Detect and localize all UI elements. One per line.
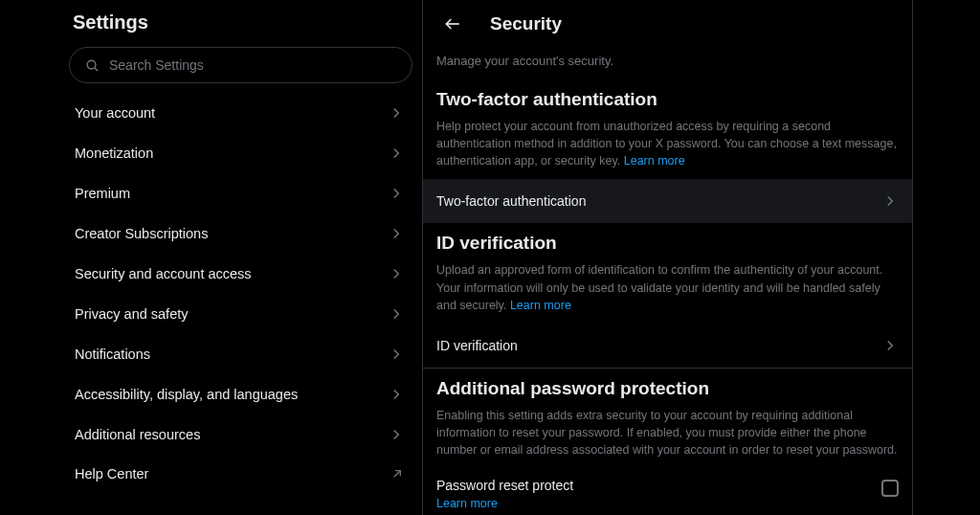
sidebar-item-label: Notifications xyxy=(75,347,150,362)
sidebar-item-label: Help Center xyxy=(75,466,148,481)
search-field[interactable] xyxy=(69,47,412,83)
settings-sidebar: Settings Your account Monetization xyxy=(59,0,423,515)
page-subtitle: Manage your account's security. xyxy=(423,46,912,79)
section-desc-additional-password-protection: Enabling this setting adds extra securit… xyxy=(423,407,912,468)
sidebar-item-label: Additional resources xyxy=(75,427,200,442)
chevron-right-icon xyxy=(388,426,405,443)
svg-line-2 xyxy=(394,471,401,478)
row-id-verification[interactable]: ID verification xyxy=(423,324,912,368)
left-gutter xyxy=(0,0,59,515)
sidebar-item-label: Premium xyxy=(75,186,130,201)
search-input[interactable] xyxy=(109,57,396,73)
chevron-right-icon xyxy=(388,305,405,323)
toggle-label-block: Password reset protect Learn more xyxy=(436,478,573,510)
chevron-right-icon xyxy=(881,337,899,354)
security-panel: Security Manage your account's security.… xyxy=(423,0,913,515)
svg-point-0 xyxy=(87,60,96,69)
search-icon xyxy=(85,58,100,73)
row-label: Two-factor authentication xyxy=(436,193,586,209)
chevron-right-icon xyxy=(388,225,405,242)
learn-more-link-password-reset-protect[interactable]: Learn more xyxy=(436,495,573,510)
page-title: Security xyxy=(490,13,562,34)
sidebar-item-label: Creator Subscriptions xyxy=(75,226,208,241)
chevron-right-icon xyxy=(388,145,405,162)
toggle-label: Password reset protect xyxy=(436,478,573,493)
section-heading-two-factor: Two-factor authentication xyxy=(423,83,912,118)
sidebar-item-accessibility-display-languages[interactable]: Accessibility, display, and languages xyxy=(67,374,414,414)
sidebar-item-label: Accessibility, display, and languages xyxy=(75,387,298,402)
svg-line-1 xyxy=(95,68,98,71)
chevron-right-icon xyxy=(388,346,405,363)
section-heading-id-verification: ID verification xyxy=(423,227,912,261)
sidebar-item-label: Security and account access xyxy=(75,266,252,281)
chevron-right-icon xyxy=(388,265,405,282)
settings-app: Settings Your account Monetization xyxy=(0,0,980,515)
password-reset-protect-checkbox[interactable] xyxy=(881,480,899,497)
row-two-factor-authentication[interactable]: Two-factor authentication xyxy=(423,179,912,223)
learn-more-link-id-verification[interactable]: Learn more xyxy=(510,299,571,312)
sidebar-item-creator-subscriptions[interactable]: Creator Subscriptions xyxy=(67,213,414,254)
section-two-factor: Two-factor authentication Help protect y… xyxy=(423,79,912,223)
chevron-right-icon xyxy=(388,185,405,202)
section-desc-two-factor: Help protect your account from unauthori… xyxy=(423,118,912,179)
sidebar-item-privacy-and-safety[interactable]: Privacy and safety xyxy=(67,294,414,334)
main-header: Security xyxy=(423,0,912,46)
section-desc-id-verification: Upload an approved form of identificatio… xyxy=(423,261,912,323)
back-button[interactable] xyxy=(436,8,469,40)
section-heading-additional-password-protection: Additional password protection xyxy=(423,372,912,407)
sidebar-title: Settings xyxy=(67,8,414,47)
sidebar-item-label: Monetization xyxy=(75,146,153,161)
row-label: ID verification xyxy=(436,338,518,353)
sidebar-item-security-and-account-access[interactable]: Security and account access xyxy=(67,254,414,294)
search-wrap xyxy=(67,47,414,93)
sidebar-item-help-center[interactable]: Help Center xyxy=(67,455,414,493)
sidebar-item-premium[interactable]: Premium xyxy=(67,173,414,213)
arrow-left-icon xyxy=(443,14,462,34)
sidebar-item-additional-resources[interactable]: Additional resources xyxy=(67,414,414,455)
sidebar-item-notifications[interactable]: Notifications xyxy=(67,334,414,374)
chevron-right-icon xyxy=(388,386,405,403)
sidebar-item-label: Your account xyxy=(75,105,155,121)
chevron-right-icon xyxy=(881,192,899,210)
row-password-reset-protect: Password reset protect Learn more xyxy=(423,468,912,510)
sidebar-item-monetization[interactable]: Monetization xyxy=(67,133,414,173)
sidebar-item-your-account[interactable]: Your account xyxy=(67,93,414,133)
section-additional-password-protection: Additional password protection Enabling … xyxy=(423,369,912,510)
external-link-icon xyxy=(390,466,405,481)
settings-nav: Your account Monetization Premium Creato… xyxy=(67,93,414,493)
learn-more-link-two-factor[interactable]: Learn more xyxy=(624,154,685,168)
chevron-right-icon xyxy=(388,104,405,122)
id-verification-desc-text: Upload an approved form of identificatio… xyxy=(436,263,882,311)
sidebar-item-label: Privacy and safety xyxy=(75,306,188,322)
right-gutter xyxy=(913,0,980,515)
section-id-verification: ID verification Upload an approved form … xyxy=(423,223,912,368)
